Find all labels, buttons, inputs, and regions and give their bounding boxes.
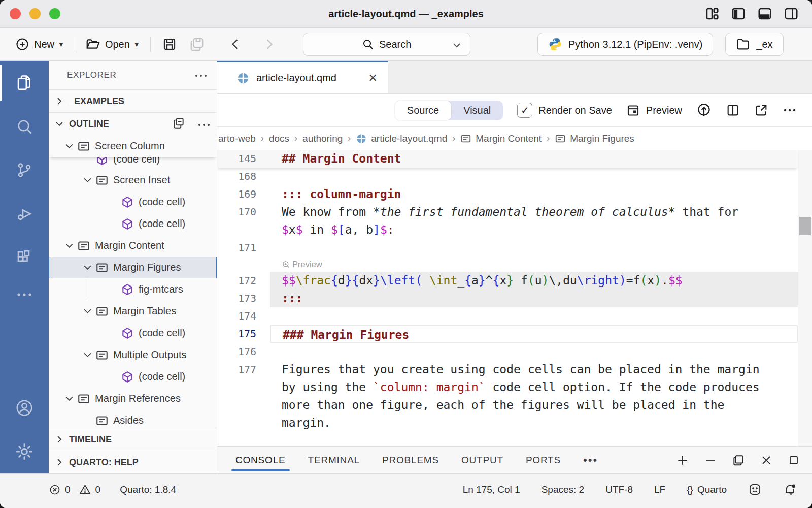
search-input[interactable]: Search xyxy=(303,33,470,56)
outline-item--code-cell-[interactable]: (code cell) xyxy=(49,322,217,344)
new-button[interactable]: New ▼ xyxy=(10,33,70,55)
encoding-status[interactable]: UTF-8 xyxy=(605,484,633,495)
explorer-activity-icon[interactable] xyxy=(0,61,49,105)
notifications-bell-button[interactable] xyxy=(783,483,797,496)
outline-item-label: Asides xyxy=(113,415,144,426)
sidebar-section-outline[interactable]: OUTLINE xyxy=(49,112,217,135)
outline-item-fig-mtcars[interactable]: fig-mtcars xyxy=(49,278,217,300)
heading-symbol-icon xyxy=(95,414,109,427)
search-activity-icon[interactable] xyxy=(0,105,49,148)
outline-more-actions-icon[interactable] xyxy=(197,119,211,130)
source-visual-toggle: Source Visual xyxy=(395,101,503,120)
render-on-save-control[interactable]: ✓ Render on Save xyxy=(517,103,612,118)
render-document-button[interactable] xyxy=(696,103,712,118)
problems-status[interactable]: 0 0 xyxy=(49,483,100,496)
language-mode-status[interactable]: {} Quarto xyxy=(687,484,727,495)
source-control-activity-icon[interactable] xyxy=(0,148,49,192)
outline-item-margin-references[interactable]: Margin References xyxy=(49,388,217,409)
preview-button[interactable]: Preview xyxy=(626,104,682,117)
editor-tabbar: article-layout.qmd ✕ xyxy=(217,61,812,94)
toggle-secondary-sidebar-icon[interactable] xyxy=(784,6,799,21)
visual-mode-button[interactable]: Visual xyxy=(451,101,503,120)
breadcrumb-label: docs xyxy=(269,133,289,144)
python-interpreter-button[interactable]: Python 3.12.1 (PipEnv: .venv) xyxy=(537,33,714,56)
outline-item--code-cell-[interactable]: (code cell) xyxy=(49,191,217,213)
sidebar-section-timeline[interactable]: TIMELINE xyxy=(49,428,217,451)
customize-layout-icon[interactable] xyxy=(704,6,720,21)
outline-item-margin-figures[interactable]: Margin Figures xyxy=(49,257,217,278)
editor-more-actions-button[interactable] xyxy=(783,108,797,112)
explorer-more-actions-icon[interactable] xyxy=(194,70,208,80)
chevron-down-icon xyxy=(62,394,76,403)
breadcrumb-item-docs[interactable]: docs xyxy=(269,133,289,144)
cursor-position-status[interactable]: Ln 175, Col 1 xyxy=(463,484,520,495)
code-line: 173::: xyxy=(217,290,798,307)
outline-item-screen-column[interactable]: Screen Column xyxy=(49,135,217,157)
breadcrumb-item-article-layout-qmd[interactable]: article-layout.qmd xyxy=(356,133,447,144)
panel-float-button[interactable] xyxy=(732,454,745,467)
breadcrumb-item-arto-web[interactable]: arto-web xyxy=(218,133,256,144)
toggle-primary-sidebar-icon[interactable] xyxy=(731,6,746,21)
save-button[interactable] xyxy=(156,33,183,55)
account-icon xyxy=(15,398,34,418)
sidebar-section-examples[interactable]: _EXAMPLES xyxy=(49,89,217,112)
collapse-all-icon[interactable] xyxy=(172,116,185,132)
settings-gear-icon[interactable] xyxy=(0,430,49,473)
breadcrumb-separator: › xyxy=(261,133,264,144)
eol-status[interactable]: LF xyxy=(654,484,665,495)
preview-lens-icon xyxy=(282,260,290,269)
code-editor[interactable]: 145## Margin Content168169::: column-mar… xyxy=(217,150,812,446)
toggle-panel-icon[interactable] xyxy=(757,6,772,21)
code-line-content: ## Margin Content xyxy=(270,150,798,168)
sidebar-section-quarto-help[interactable]: QUARTO: HELP xyxy=(49,451,217,473)
panel-tab-terminal[interactable]: TERMINAL xyxy=(308,447,360,473)
quarto-version-status[interactable]: Quarto: 1.8.4 xyxy=(120,484,176,495)
workspace-button[interactable]: _ex xyxy=(725,33,783,56)
outline-item-margin-tables[interactable]: Margin Tables xyxy=(49,300,217,322)
panel-tab-ports[interactable]: PORTS xyxy=(526,447,561,473)
breadcrumb-item-authoring[interactable]: authoring xyxy=(302,133,343,144)
extensions-activity-icon[interactable] xyxy=(0,236,49,279)
split-editor-button[interactable] xyxy=(726,103,740,117)
panel-minimize-button[interactable] xyxy=(704,454,717,466)
heading-symbol-icon xyxy=(95,261,109,274)
outline-item-screen-inset[interactable]: Screen Inset xyxy=(49,169,217,191)
outline-item--code-cell-[interactable]: (code cell) xyxy=(49,157,217,169)
outline-item-margin-content[interactable]: Margin Content xyxy=(49,235,217,257)
editor-scrollbar[interactable] xyxy=(798,150,812,446)
outline-item-asides[interactable]: Asides xyxy=(49,409,217,428)
breadcrumb-item-margin-content[interactable]: Margin Content xyxy=(460,133,542,144)
open-button[interactable]: Open ▼ xyxy=(80,33,145,55)
panel-maximize-button[interactable] xyxy=(788,454,800,466)
panel-tab-problems[interactable]: PROBLEMS xyxy=(382,447,439,473)
panel-tabbar: CONSOLETERMINALPROBLEMSOUTPUTPORTS ••• xyxy=(217,446,812,473)
panel-more-tabs-button[interactable]: ••• xyxy=(583,454,598,467)
run-debug-activity-icon[interactable] xyxy=(0,192,49,236)
panel-tab-console[interactable]: CONSOLE xyxy=(235,447,286,473)
git-branch-icon xyxy=(15,161,33,179)
outline-item-label: Screen Inset xyxy=(113,174,170,186)
chevron-down-icon xyxy=(83,306,92,316)
indentation-status[interactable]: Spaces: 2 xyxy=(542,484,585,495)
account-icon[interactable] xyxy=(0,386,49,430)
tab-article-layout[interactable]: article-layout.qmd ✕ xyxy=(217,61,388,93)
close-tab-icon[interactable]: ✕ xyxy=(368,72,378,85)
render-on-save-checkbox[interactable]: ✓ xyxy=(517,103,532,118)
source-mode-button[interactable]: Source xyxy=(395,101,451,120)
breadcrumb-item-margin-figures[interactable]: Margin Figures xyxy=(555,133,634,144)
outline-item-multiple-outputs[interactable]: Multiple Outputs xyxy=(49,344,217,366)
navigate-forward-button[interactable] xyxy=(256,33,282,55)
panel-tab-output[interactable]: OUTPUT xyxy=(461,447,503,473)
scrollbar-thumb[interactable] xyxy=(799,217,811,235)
code-lens-preview[interactable]: Preview xyxy=(270,257,322,272)
panel-new-button[interactable] xyxy=(676,454,689,467)
outline-item--code-cell-[interactable]: (code cell) xyxy=(49,366,217,388)
panel-close-button[interactable] xyxy=(760,454,772,466)
chevron-left-icon xyxy=(229,38,242,51)
navigate-back-button[interactable] xyxy=(223,33,248,55)
feedback-smiley-button[interactable] xyxy=(748,483,762,496)
more-activity-icon[interactable] xyxy=(0,279,49,310)
open-external-button[interactable] xyxy=(754,103,768,117)
save-all-button[interactable] xyxy=(183,33,211,55)
outline-item--code-cell-[interactable]: (code cell) xyxy=(49,213,217,235)
